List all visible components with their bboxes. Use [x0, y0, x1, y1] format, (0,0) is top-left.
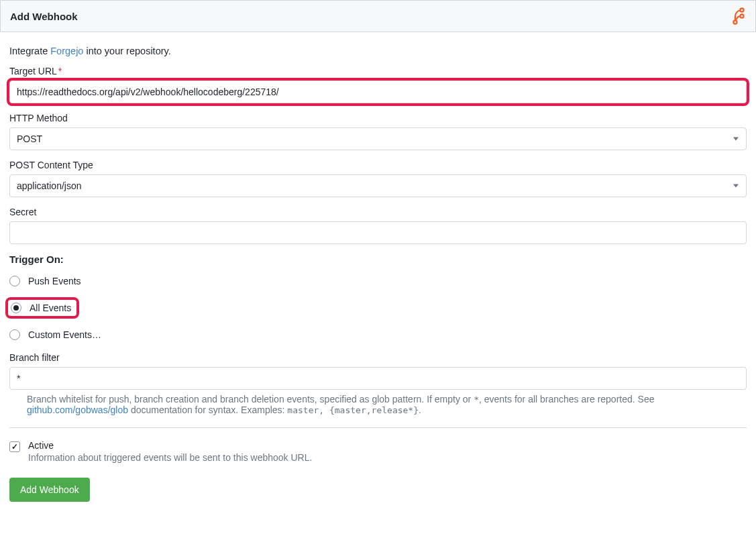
glob-link[interactable]: github.com/gobwas/glob	[27, 405, 128, 415]
page-title: Add Webhook	[10, 11, 78, 22]
radio-label: Push Events	[28, 276, 81, 286]
branch-filter-help: Branch whitelist for push, branch creati…	[9, 394, 747, 415]
label-secret: Secret	[9, 207, 747, 217]
field-target-url: Target URL*	[9, 66, 747, 103]
http-method-select[interactable]: POST	[9, 127, 747, 150]
field-branch-filter: Branch filter Branch whitelist for push,…	[9, 352, 747, 415]
form-content: Integrate Forgejo into your repository. …	[0, 32, 756, 511]
field-http-method: HTTP Method POST	[9, 113, 747, 150]
secret-input[interactable]	[9, 221, 747, 244]
radio-icon	[9, 329, 20, 340]
active-label: Active	[28, 440, 312, 451]
http-method-value: POST	[9, 127, 747, 150]
forgejo-link[interactable]: Forgejo	[50, 46, 83, 56]
radio-all-events[interactable]: All Events	[8, 300, 76, 316]
required-star: *	[58, 66, 62, 76]
content-type-value: application/json	[9, 174, 747, 197]
svg-point-0	[740, 8, 743, 11]
field-secret: Secret	[9, 207, 747, 244]
forgejo-icon	[731, 7, 746, 25]
radio-custom-events[interactable]: Custom Events…	[9, 327, 747, 343]
active-checkbox[interactable]	[9, 441, 20, 452]
trigger-heading: Trigger On:	[9, 254, 747, 265]
label-http-method: HTTP Method	[9, 113, 747, 123]
active-desc: Information about triggered events will …	[28, 452, 312, 463]
radio-icon	[9, 276, 20, 286]
radio-label: Custom Events…	[28, 329, 101, 340]
radio-icon	[11, 303, 21, 313]
svg-point-1	[740, 14, 743, 17]
radio-label: All Events	[30, 303, 71, 313]
label-content-type: POST Content Type	[9, 160, 747, 170]
branch-filter-input[interactable]	[9, 367, 747, 390]
active-row: Active Information about triggered event…	[9, 440, 747, 463]
intro-text: Integrate Forgejo into your repository.	[9, 46, 747, 56]
svg-point-2	[733, 20, 737, 23]
target-url-input[interactable]	[9, 80, 747, 103]
field-content-type: POST Content Type application/json	[9, 160, 747, 197]
label-target-url: Target URL*	[9, 66, 747, 76]
add-webhook-button[interactable]: Add Webhook	[9, 478, 90, 502]
content-type-select[interactable]: application/json	[9, 174, 747, 197]
divider	[9, 427, 747, 428]
radio-push-events[interactable]: Push Events	[9, 273, 747, 289]
label-branch-filter: Branch filter	[9, 352, 747, 363]
page-header: Add Webhook	[0, 0, 756, 32]
